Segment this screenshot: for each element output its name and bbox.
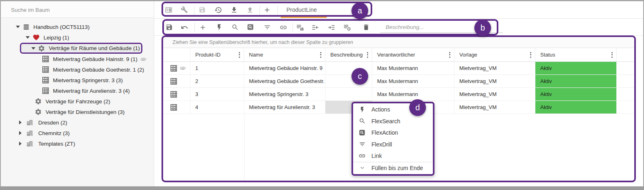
column-menu-icon[interactable]: [238, 51, 241, 59]
table-row[interactable]: 3 Mietvertrag Springerstr. 3 Max Musterm…: [164, 88, 634, 101]
cell-vorlage[interactable]: Mietvertrag_VM: [454, 101, 535, 114]
column-menu-icon[interactable]: [448, 51, 451, 59]
tree-item-handbuch[interactable]: Handbuch (OCT51113): [1, 22, 154, 32]
cell-vorlage[interactable]: Mietvertrag_VM: [454, 62, 535, 74]
row-history-icon[interactable]: [343, 24, 351, 31]
tree-item-label: Mietvertrag für Aurelienstr. 3 (4): [53, 88, 130, 94]
menu-item-flexsearch[interactable]: FlexSearch: [353, 116, 433, 127]
menu-item-link[interactable]: Link: [353, 150, 433, 162]
row-type-cell[interactable]: [164, 88, 190, 100]
column-menu-icon[interactable]: [366, 51, 369, 59]
cell-vorlage[interactable]: Mietvertrag_VM: [454, 75, 535, 87]
tree-item-mietvertrag-springerstr[interactable]: Mietvertrag Springerstr. 3 (3): [1, 75, 154, 85]
cell-name[interactable]: Mietvertrag für Aurelienstr. 3: [244, 101, 325, 114]
flex-drill-icon[interactable]: [264, 24, 271, 31]
tree-item-dresden[interactable]: Dresden (2): [1, 117, 154, 128]
expand-arrow-icon[interactable]: [15, 26, 20, 28]
actions-bolt-icon[interactable]: [216, 24, 223, 31]
menu-item-flexaction[interactable]: FlexAction: [353, 127, 433, 139]
cell-produkt-id[interactable]: 2: [190, 75, 244, 87]
row-type-cell[interactable]: [164, 75, 190, 87]
flex-search-icon[interactable]: [231, 24, 239, 31]
header-cell-status[interactable]: Status: [535, 48, 617, 61]
tree-item-vertraege-raeume-selected[interactable]: Verträge für Räume und Gebäude (1): [20, 43, 142, 54]
cell-status[interactable]: Aktiv: [535, 62, 617, 74]
row-type-cell[interactable]: [164, 101, 190, 114]
menu-item-fuellen-bis-zum-ende[interactable]: Füllen bis zum Ende: [353, 162, 433, 174]
tree-item-label: Mietvertrag Gebäude Hainstr. 9 (1): [53, 56, 138, 62]
header-cell-name[interactable]: Name: [244, 48, 325, 61]
tree-search-input[interactable]: [10, 1, 146, 18]
cell-name[interactable]: Mietvertrag Gebäude Goethestr. 1: [244, 75, 325, 87]
cell-verantwortlicher[interactable]: Max Mustermann: [372, 88, 454, 100]
link-icon[interactable]: [279, 24, 287, 31]
detail-view-icon[interactable]: [165, 6, 172, 14]
tree-item-leipzig[interactable]: Leipzig (1): [1, 32, 154, 43]
export-icon[interactable]: [246, 6, 254, 14]
header-cell-verantwortlicher[interactable]: Verantwortlicher: [372, 48, 454, 61]
table-row[interactable]: 2 Mietvertrag Gebäude Goethestr. 1 Max M…: [164, 75, 634, 88]
cell-produkt-id[interactable]: 1: [190, 62, 244, 74]
menu-item-flexdrill[interactable]: FlexDrill: [353, 139, 433, 151]
grid-toolbar: [154, 19, 644, 36]
cell-beschreibung[interactable]: [325, 88, 372, 100]
cell-produkt-id[interactable]: 3: [190, 88, 244, 100]
header-cell-beschreibung[interactable]: Beschreibung: [325, 48, 372, 61]
actions-bolt-icon: [358, 106, 366, 113]
paperclip-icon: [180, 65, 186, 71]
tree-item-mietvertrag-aurelienstr[interactable]: Mietvertrag für Aurelienstr. 3 (4): [1, 85, 154, 96]
expand-arrow-icon[interactable]: [25, 36, 30, 39]
cell-status[interactable]: Aktiv: [535, 75, 617, 87]
column-menu-icon[interactable]: [529, 51, 532, 59]
tree-item-templates[interactable]: Templates (ZT): [1, 138, 154, 149]
column-menu-icon[interactable]: [611, 51, 613, 59]
undo-icon[interactable]: [181, 24, 188, 31]
save-icon[interactable]: [166, 24, 173, 31]
building-icon: [26, 129, 33, 137]
expand-arrow-icon[interactable]: [31, 47, 36, 50]
tree-search-bar: [1, 1, 154, 18]
toolbar-separator: [194, 23, 195, 33]
tree-item-chemnitz[interactable]: Chemnitz (3): [1, 128, 154, 138]
header-cell-rowicon: [164, 48, 190, 61]
wrench-icon[interactable]: [181, 6, 188, 13]
move-in-icon[interactable]: [327, 24, 335, 31]
data-table-icon: [170, 104, 177, 111]
module-toolbar: ProductLine: [154, 1, 644, 19]
toolbar-separator: [194, 5, 194, 15]
column-menu-icon[interactable]: [319, 51, 322, 59]
heart-icon: [33, 34, 40, 41]
add-tab-icon[interactable]: [263, 6, 271, 14]
cell-verantwortlicher[interactable]: Max Mustermann: [372, 75, 454, 87]
row-type-cell[interactable]: [164, 62, 190, 74]
import-icon[interactable]: [230, 6, 238, 14]
cell-name[interactable]: Mietvertrag Gebäude Hainstr. 9: [244, 62, 325, 74]
collapse-arrow-icon[interactable]: [18, 142, 23, 146]
add-row-icon[interactable]: [199, 24, 207, 31]
header-cell-vorlage[interactable]: Vorlage: [454, 48, 535, 61]
cell-vorlage[interactable]: Mietvertrag_VM: [454, 88, 535, 100]
cell-status[interactable]: Aktiv: [535, 88, 617, 100]
tab-productline[interactable]: ProductLine: [286, 1, 317, 18]
collapse-arrow-icon[interactable]: [18, 120, 23, 124]
header-cell-produkt-id[interactable]: Produkt-ID: [190, 48, 244, 61]
tree-item-vertraege-fahrzeuge[interactable]: Verträge für Fahrzeuge (2): [1, 96, 154, 107]
save-icon-disabled[interactable]: [199, 6, 206, 13]
chevron-down-icon: [358, 164, 366, 171]
database-icon: [23, 24, 30, 31]
history-icon[interactable]: [214, 6, 222, 14]
cell-name[interactable]: Mietvertrag Springerstr. 3: [244, 88, 325, 100]
collapse-arrow-icon[interactable]: [18, 131, 23, 135]
data-table-icon: [170, 65, 177, 72]
cell-verantwortlicher[interactable]: Max Mustermann: [372, 62, 454, 74]
cell-produkt-id[interactable]: 4: [190, 101, 244, 114]
delete-icon[interactable]: [362, 24, 370, 31]
save-rows-icon[interactable]: [296, 24, 304, 31]
tree-item-mietvertrag-goethestr[interactable]: Mietvertrag Gebäude Goethestr. 1 (2): [1, 64, 154, 75]
tree-item-mietvertrag-hainstr[interactable]: Mietvertrag Gebäude Hainstr. 9 (1): [1, 54, 154, 64]
table-row[interactable]: 1 Mietvertrag Gebäude Hainstr. 9 Max Mus…: [164, 62, 634, 75]
tree-item-vertraege-dienstleistungen[interactable]: Verträge für Dienstleistungen (3): [1, 107, 154, 117]
cell-status[interactable]: Aktiv: [535, 101, 617, 114]
move-out-icon[interactable]: [312, 24, 319, 31]
flex-action-icon[interactable]: [247, 24, 254, 31]
